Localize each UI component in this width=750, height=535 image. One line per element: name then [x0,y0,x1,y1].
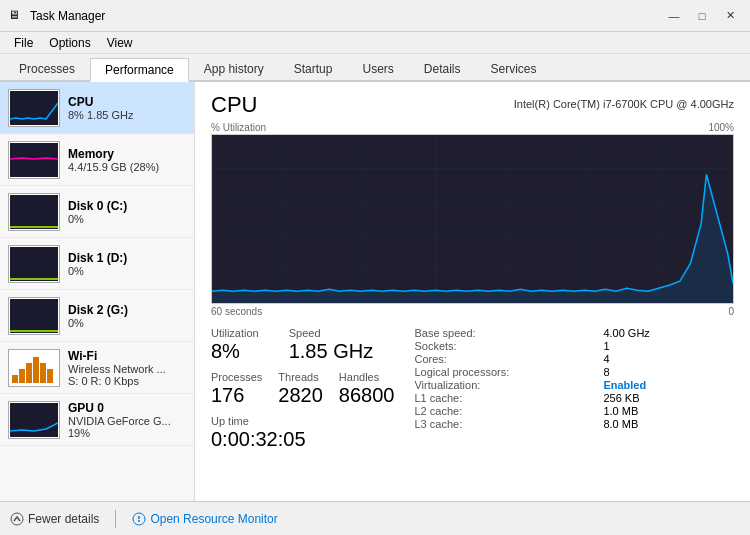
minimize-button[interactable]: — [662,6,686,26]
logical-val: 8 [603,366,734,378]
disk0-info: Disk 0 (C:) 0% [68,199,186,225]
sidebar-item-memory[interactable]: Memory 4.4/15.9 GB (28%) [0,134,194,186]
svg-rect-3 [10,247,58,281]
sidebar-item-wifi[interactable]: Wi-Fi Wireless Network ... S: 0 R: 0 Kbp… [0,342,194,394]
bottom-divider [115,510,116,528]
disk0-label: Disk 0 (C:) [68,199,186,213]
uptime-group: Up time 0:00:32:05 [211,415,394,451]
logical-key: Logical processors: [414,366,593,378]
disk0-mini-chart [10,195,58,229]
virtualization-key: Virtualization: [414,379,593,391]
disk2-thumbnail [8,297,60,335]
menu-bar: File Options View [0,32,750,54]
wifi-bars-chart [12,353,56,383]
detail-subtitle: Intel(R) Core(TM) i7-6700K CPU @ 4.00GHz [514,98,734,110]
fewer-details-label: Fewer details [28,512,99,526]
stats-right: Base speed: 4.00 GHz Sockets: 1 Cores: 4… [414,327,734,451]
l3-key: L3 cache: [414,418,593,430]
wifi-info: Wi-Fi Wireless Network ... S: 0 R: 0 Kbp… [68,349,186,387]
cpu-label: CPU [68,95,186,109]
sidebar-item-disk2[interactable]: Disk 2 (G:) 0% [0,290,194,342]
menu-options[interactable]: Options [41,34,98,52]
cores-key: Cores: [414,353,593,365]
handles-group: Handles 86800 [339,371,395,407]
uptime-label: Up time [211,415,394,427]
processes-value: 176 [211,383,262,407]
fewer-details-button[interactable]: Fewer details [10,512,99,526]
disk2-label: Disk 2 (G:) [68,303,186,317]
cpu-info: CPU 8% 1.85 GHz [68,95,186,121]
menu-view[interactable]: View [99,34,141,52]
speed-value: 1.85 GHz [289,339,373,363]
menu-file[interactable]: File [6,34,41,52]
svg-rect-2 [10,195,58,229]
tab-users[interactable]: Users [347,56,408,80]
utilization-group: Utilization 8% [211,327,259,363]
detail-header: CPU Intel(R) Core(TM) i7-6700K CPU @ 4.0… [211,92,734,118]
sidebar-item-cpu[interactable]: CPU 8% 1.85 GHz [0,82,194,134]
close-button[interactable]: ✕ [718,6,742,26]
svg-point-18 [11,513,23,525]
threads-value: 2820 [278,383,323,407]
virtualization-val: Enabled [603,379,734,391]
sidebar-item-disk0[interactable]: Disk 0 (C:) 0% [0,186,194,238]
svg-rect-1 [10,143,58,177]
processes-label: Processes [211,371,262,383]
tab-processes[interactable]: Processes [4,56,90,80]
cpu-chart-svg [212,135,733,303]
stats-columns: Utilization 8% Speed 1.85 GHz Processes … [211,327,734,451]
svg-rect-0 [10,91,58,125]
l1-key: L1 cache: [414,392,593,404]
tab-details[interactable]: Details [409,56,476,80]
l2-key: L2 cache: [414,405,593,417]
chart-label-utilization: % Utilization [211,122,266,133]
chevron-up-icon [10,512,24,526]
sidebar-item-gpu0[interactable]: GPU 0 NVIDIA GeForce G... 19% [0,394,194,446]
disk2-value: 0% [68,317,186,329]
maximize-button[interactable]: □ [690,6,714,26]
resource-monitor-label: Open Resource Monitor [150,512,277,526]
chart-top-labels: % Utilization 100% [211,122,734,133]
app-icon: 🖥 [8,8,24,24]
cpu-mini-chart [10,91,58,125]
resource-monitor-button[interactable]: Open Resource Monitor [132,512,277,526]
stats-left: Utilization 8% Speed 1.85 GHz Processes … [211,327,394,451]
gpu0-info: GPU 0 NVIDIA GeForce G... 19% [68,401,186,439]
memory-value: 4.4/15.9 GB (28%) [68,161,186,173]
utilization-label: Utilization [211,327,259,339]
resource-monitor-icon [132,512,146,526]
disk0-thumbnail [8,193,60,231]
cores-val: 4 [603,353,734,365]
memory-label: Memory [68,147,186,161]
speed-label: Speed [289,327,373,339]
threads-label: Threads [278,371,323,383]
memory-mini-chart [10,143,58,177]
main-content: CPU 8% 1.85 GHz Memory 4.4/15.9 GB (28%) [0,82,750,501]
speed-group: Speed 1.85 GHz [289,327,373,363]
memory-info: Memory 4.4/15.9 GB (28%) [68,147,186,173]
sidebar-item-disk1[interactable]: Disk 1 (D:) 0% [0,238,194,290]
memory-thumbnail [8,141,60,179]
tab-app-history[interactable]: App history [189,56,279,80]
title-bar: 🖥 Task Manager — □ ✕ [0,0,750,32]
uptime-value: 0:00:32:05 [211,427,394,451]
disk0-value: 0% [68,213,186,225]
disk2-info: Disk 2 (G:) 0% [68,303,186,329]
tab-services[interactable]: Services [476,56,552,80]
svg-rect-6 [212,135,733,303]
base-speed-key: Base speed: [414,327,593,339]
tab-startup[interactable]: Startup [279,56,348,80]
disk1-thumbnail [8,245,60,283]
disk1-label: Disk 1 (D:) [68,251,186,265]
l3-val: 8.0 MB [603,418,734,430]
tab-performance[interactable]: Performance [90,58,189,82]
processes-group: Processes 176 [211,371,262,407]
proc-threads-handles-row: Processes 176 Threads 2820 Handles 86800 [211,371,394,407]
cpu-specs-table: Base speed: 4.00 GHz Sockets: 1 Cores: 4… [414,327,734,430]
disk2-mini-chart [10,299,58,333]
sockets-val: 1 [603,340,734,352]
disk1-value: 0% [68,265,186,277]
detail-panel: CPU Intel(R) Core(TM) i7-6700K CPU @ 4.0… [195,82,750,501]
window-title: Task Manager [30,9,105,23]
wifi-label: Wi-Fi [68,349,186,363]
